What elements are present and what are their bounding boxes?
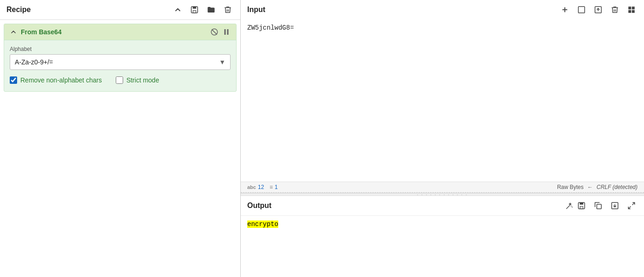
op-chevron-up-icon (10, 28, 17, 36)
strict-mode-label: Strict mode (126, 76, 159, 84)
recipe-title: Recipe (6, 6, 172, 14)
collapse-operation-button[interactable] (10, 28, 17, 36)
operation-body: Alphabet A-Za-z0-9+/= A-Za-z0-9-_ Custom… (4, 40, 236, 91)
lines-count-item: ≡ 1 (269, 184, 278, 190)
export-icon (611, 201, 619, 210)
input-header-icons (559, 5, 638, 15)
char-count: 12 (258, 184, 264, 190)
import-input-button[interactable] (592, 5, 604, 15)
svg-rect-6 (227, 29, 229, 35)
output-title: Output (247, 201, 563, 210)
new-tab-button[interactable] (575, 5, 588, 15)
pause-icon (222, 28, 231, 36)
output-content: encrypto (241, 216, 644, 277)
delete-input-icon (611, 6, 619, 14)
strict-mode-checkbox-item[interactable]: Strict mode (116, 76, 159, 84)
save-output-icon (577, 201, 586, 210)
svg-rect-12 (628, 6, 631, 9)
svg-line-17 (571, 206, 572, 207)
input-section: Input (241, 0, 644, 193)
save-output-button[interactable] (575, 201, 588, 211)
recipe-header: Recipe (0, 0, 240, 20)
save-recipe-button[interactable] (188, 5, 200, 15)
operation-title: From Base64 (21, 28, 210, 36)
plus-icon (561, 6, 569, 14)
window-icon (577, 6, 586, 14)
svg-rect-1 (193, 6, 196, 9)
svg-line-4 (212, 29, 217, 34)
operation-card-from-base64: From Base64 Alphabet A-Za-z0-9+/= A-Za-z… (4, 24, 237, 92)
svg-line-16 (566, 205, 570, 209)
svg-rect-2 (193, 11, 196, 13)
alphabet-label: Alphabet (10, 46, 231, 52)
remove-nonalpha-checkbox[interactable] (10, 76, 17, 84)
folder-icon (207, 6, 215, 14)
svg-rect-15 (632, 10, 635, 13)
collapse-recipe-button[interactable] (172, 5, 184, 15)
alphabet-select[interactable]: A-Za-z0-9+/= A-Za-z0-9-_ Custom (10, 55, 230, 69)
output-header-icons (575, 201, 638, 211)
layout-button[interactable] (625, 5, 638, 15)
operation-header-icons (210, 28, 231, 36)
add-input-button[interactable] (559, 5, 571, 15)
svg-rect-20 (580, 202, 583, 205)
input-title: Input (247, 6, 559, 14)
delete-recipe-button[interactable] (222, 5, 234, 15)
input-textarea[interactable]: ZW5jcnlwdG8= (241, 19, 644, 182)
open-folder-button[interactable] (205, 5, 217, 15)
svg-rect-22 (597, 204, 601, 209)
strict-mode-checkbox[interactable] (116, 76, 123, 84)
recipe-header-icons (172, 5, 234, 15)
alphabet-select-wrapper: A-Za-z0-9+/= A-Za-z0-9-_ Custom ▼ (10, 54, 231, 70)
remove-nonalpha-label: Remove non-alphabet chars (20, 76, 102, 84)
lines-icon: ≡ (269, 184, 273, 190)
line-ending: CRLF (detected) (597, 184, 638, 190)
svg-rect-9 (578, 6, 585, 13)
input-header: Input (241, 0, 644, 19)
copy-output-button[interactable] (592, 201, 604, 211)
clear-input-button[interactable] (609, 5, 621, 15)
grid-icon (627, 6, 636, 14)
wand-icon (565, 201, 574, 210)
arrow-icon: ← (588, 184, 593, 190)
input-statusbar: abc 12 ≡ 1 Raw Bytes ← CRLF (detected) (241, 182, 644, 193)
pause-operation-button[interactable] (222, 28, 231, 36)
lines-count: 1 (275, 184, 278, 190)
status-right: Raw Bytes ← CRLF (detected) (557, 184, 638, 190)
right-panel: Input (241, 0, 644, 277)
checkboxes-row: Remove non-alphabet chars Strict mode (10, 76, 231, 84)
remove-nonalpha-checkbox-item[interactable]: Remove non-alphabet chars (10, 76, 102, 84)
svg-line-18 (572, 207, 573, 208)
chevron-up-icon (174, 6, 182, 14)
left-panel: Recipe Fro (0, 0, 241, 277)
import-icon (594, 6, 602, 14)
output-section: Output (241, 196, 644, 277)
svg-rect-21 (580, 207, 583, 209)
save-icon (190, 6, 199, 14)
raw-bytes-label: Raw Bytes (557, 184, 583, 190)
output-header: Output (241, 196, 644, 216)
wand-button[interactable] (563, 201, 575, 211)
copy-icon (594, 201, 602, 210)
expand-output-button[interactable] (625, 201, 638, 211)
svg-line-25 (632, 202, 635, 205)
operation-header: From Base64 (4, 24, 236, 40)
svg-rect-5 (225, 29, 226, 35)
disable-operation-button[interactable] (210, 28, 219, 36)
trash-icon (224, 6, 232, 14)
export-output-button[interactable] (609, 201, 621, 211)
char-count-item: abc 12 (247, 184, 264, 190)
expand-icon (627, 201, 636, 210)
svg-line-26 (628, 207, 631, 209)
disable-icon (210, 28, 219, 36)
svg-rect-13 (632, 6, 635, 9)
svg-rect-14 (628, 10, 631, 13)
output-highlighted-text: encrypto (247, 220, 278, 228)
abc-label: abc (247, 184, 256, 190)
